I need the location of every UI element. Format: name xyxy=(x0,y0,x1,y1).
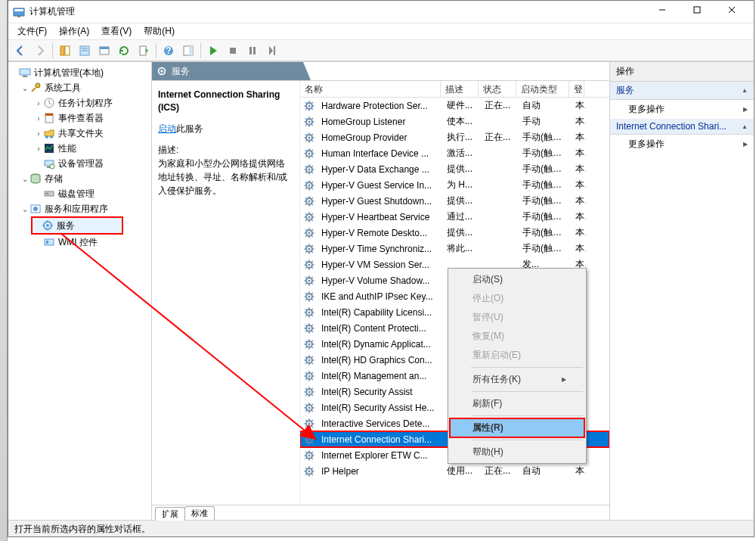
col-logon[interactable]: 登 xyxy=(569,81,584,97)
status-bar: 打开当前所选内容的属性对话框。 xyxy=(8,520,754,536)
svc-startup: 手动(触发... xyxy=(518,147,571,160)
properties-button[interactable] xyxy=(76,42,94,60)
titlebar: 计算机管理 xyxy=(8,1,754,23)
tree-event[interactable]: 事件查看器 xyxy=(58,112,104,125)
disk-icon xyxy=(43,188,55,200)
list-header[interactable]: 名称 描述 状态 启动类型 登 xyxy=(300,81,609,98)
gear-icon xyxy=(303,163,315,176)
svg-point-81 xyxy=(308,375,311,377)
nav-tree[interactable]: 计算机管理(本地) ⌄系统工具 ›任务计划程序 ›事件查看器 ›共享文件夹 ›性… xyxy=(8,62,152,520)
tree-systools[interactable]: 系统工具 xyxy=(45,82,81,95)
service-row[interactable]: Hyper-V Heartbeat Service通过...手动(触发...本 xyxy=(300,209,609,225)
ctx-help[interactable]: 帮助(H) xyxy=(450,443,584,462)
service-row[interactable]: Hyper-V Data Exchange ...提供...手动(触发...本 xyxy=(300,161,609,177)
service-row[interactable]: Hyper-V Guest Service In...为 H...手动(触发..… xyxy=(300,177,609,193)
actions-more-2[interactable]: 更多操作▶ xyxy=(610,135,754,154)
svc-logon: 本 xyxy=(571,194,586,207)
service-row[interactable]: Hyper-V Guest Shutdown...提供...手动(触发...本 xyxy=(300,193,609,209)
col-desc[interactable]: 描述 xyxy=(441,81,479,97)
service-row[interactable]: HomeGroup Listener使本...手动本 xyxy=(300,113,609,129)
service-row[interactable]: Hyper-V Remote Deskto...提供...手动(触发...本 xyxy=(300,225,609,241)
export-button[interactable] xyxy=(95,42,113,60)
view-tabs: 扩展 标准 xyxy=(152,505,609,520)
tree-root[interactable]: 计算机管理(本地) xyxy=(34,67,104,79)
menu-help[interactable]: 帮助(H) xyxy=(139,23,179,39)
actions-section-services[interactable]: 服务▲ xyxy=(610,82,754,100)
action-pane-button[interactable] xyxy=(179,42,197,60)
pause-service-button[interactable] xyxy=(243,42,262,60)
svg-rect-43 xyxy=(46,241,48,244)
tree-task[interactable]: 任务计划程序 xyxy=(58,97,113,110)
service-row[interactable]: IP Helper使用...正在...自动本 xyxy=(300,463,609,479)
details-pane: Internet Connection Sharing (ICS) 启动此服务 … xyxy=(152,81,300,505)
col-name[interactable]: 名称 xyxy=(300,81,441,97)
start-service-button[interactable] xyxy=(204,42,222,60)
gear-icon xyxy=(303,434,315,446)
service-row[interactable]: Hyper-V Time Synchroniz...将此...手动(触发...本 xyxy=(300,241,609,257)
actions-more-1[interactable]: 更多操作▶ xyxy=(610,100,754,119)
actions-section-selected[interactable]: Internet Connection Shari...▲ xyxy=(610,119,754,135)
gear-icon xyxy=(303,418,315,430)
tree-wmi[interactable]: WMI 控件 xyxy=(58,236,98,249)
svc-name: Interactive Services Dete... xyxy=(317,418,442,429)
svc-desc: 通过... xyxy=(442,210,480,223)
service-row[interactable]: HomeGroup Provider执行...正在...手动(触发...本 xyxy=(300,129,609,145)
svc-logon: 本 xyxy=(571,179,586,191)
gear-icon xyxy=(303,116,315,128)
svc-startup: 手动(触发... xyxy=(518,226,571,239)
tree-services[interactable]: 服务 xyxy=(57,219,75,232)
svg-point-85 xyxy=(308,406,311,409)
svc-name: IP Helper xyxy=(317,466,442,477)
tree-shared[interactable]: 共享文件夹 xyxy=(58,127,104,140)
svc-startup: 自动 xyxy=(518,465,571,477)
col-startup[interactable]: 启动类型 xyxy=(516,81,569,97)
help-button[interactable]: ? xyxy=(160,42,178,60)
svc-logon: 本 xyxy=(571,226,586,239)
tree-perf[interactable]: 性能 xyxy=(58,142,76,155)
close-button[interactable] xyxy=(714,0,749,21)
desc-text: 为家庭和小型办公网络提供网络地址转换、寻址、名称解析和/或入侵保护服务。 xyxy=(158,158,287,196)
ctx-refresh[interactable]: 刷新(F) xyxy=(450,394,584,413)
menu-view[interactable]: 查看(V) xyxy=(97,23,136,39)
back-button[interactable] xyxy=(11,42,29,60)
svc-name: Hyper-V Data Exchange ... xyxy=(317,164,442,175)
start-service-link[interactable]: 启动 xyxy=(158,123,176,134)
stop-service-button[interactable] xyxy=(224,42,242,60)
svg-point-41 xyxy=(46,224,49,227)
ctx-resume: 恢复(M) xyxy=(450,327,584,346)
ctx-properties[interactable]: 属性(R) xyxy=(450,418,584,437)
tree-devmgr[interactable]: 设备管理器 xyxy=(58,157,104,170)
tab-extended[interactable]: 扩展 xyxy=(155,507,185,521)
forward-button[interactable] xyxy=(31,42,49,60)
tree-svcapps[interactable]: 服务和应用程序 xyxy=(45,203,108,216)
tab-standard[interactable]: 标准 xyxy=(184,506,215,520)
svg-point-87 xyxy=(308,422,311,424)
menu-action[interactable]: 操作(A) xyxy=(54,23,94,39)
tree-disk[interactable]: 磁盘管理 xyxy=(58,188,94,201)
menu-file[interactable]: 文件(F) xyxy=(13,23,51,39)
service-row[interactable]: Human Interface Device ...激活...手动(触发...本 xyxy=(300,145,609,161)
export-list-button[interactable] xyxy=(135,42,153,60)
svg-rect-13 xyxy=(100,47,109,49)
col-status[interactable]: 状态 xyxy=(479,81,516,97)
minimize-button[interactable] xyxy=(645,0,680,21)
service-row[interactable]: Hardware Protection Ser...硬件...正在...自动本 xyxy=(300,98,609,113)
svg-point-63 xyxy=(308,232,311,234)
ctx-alltasks[interactable]: 所有任务(K)▶ xyxy=(450,370,584,389)
actions-pane: 操作 服务▲ 更多操作▶ Internet Connection Shari..… xyxy=(610,62,754,520)
services-icon xyxy=(42,219,54,232)
svc-name: Internet Explorer ETW C... xyxy=(317,450,442,461)
svc-desc: 提供... xyxy=(442,226,480,239)
svc-startup: 手动(触发... xyxy=(518,210,571,223)
restart-service-button[interactable] xyxy=(263,42,281,60)
ctx-start[interactable]: 启动(S) xyxy=(450,270,584,289)
svc-startup: 自动 xyxy=(518,99,571,112)
svc-name: Hyper-V Guest Shutdown... xyxy=(317,196,442,207)
maximize-button[interactable] xyxy=(680,0,714,21)
event-icon xyxy=(43,112,55,124)
tree-storage[interactable]: 存储 xyxy=(45,173,63,185)
show-hide-button[interactable] xyxy=(56,42,74,60)
refresh-button[interactable] xyxy=(115,42,133,60)
app-icon xyxy=(13,6,25,18)
svc-logon: 本 xyxy=(571,99,586,112)
